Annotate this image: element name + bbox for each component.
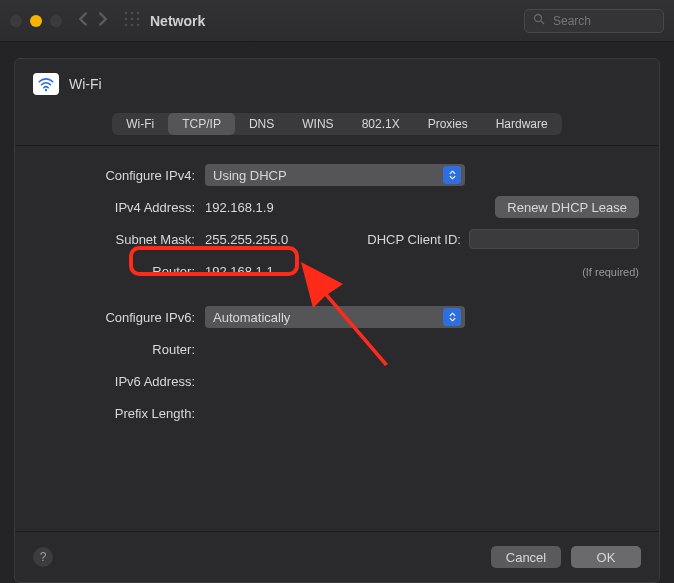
svg-point-7: [131, 24, 134, 27]
footer: ? Cancel OK: [15, 531, 659, 582]
nav-buttons: [76, 12, 110, 29]
svg-line-10: [541, 21, 544, 24]
help-button[interactable]: ?: [33, 547, 53, 567]
value-router-ipv4: 192.168.1.1: [205, 264, 274, 279]
select-configure-ipv6[interactable]: Automatically: [205, 306, 465, 328]
row-ipv4-address: IPv4 Address: 192.168.1.9 Renew DHCP Lea…: [35, 196, 639, 218]
forward-icon[interactable]: [96, 12, 110, 29]
sheet-header: Wi-Fi: [15, 59, 659, 105]
maximize-dot[interactable]: [50, 15, 62, 27]
tab-8021x[interactable]: 802.1X: [348, 113, 414, 135]
close-dot[interactable]: [10, 15, 22, 27]
titlebar: Network: [0, 0, 674, 42]
label-router-ipv4: Router:: [35, 264, 205, 279]
label-dhcp-client-id: DHCP Client ID:: [367, 232, 461, 247]
search-icon: [533, 13, 545, 28]
svg-point-2: [137, 12, 140, 15]
cancel-button[interactable]: Cancel: [491, 546, 561, 568]
svg-point-4: [131, 18, 134, 21]
svg-point-11: [45, 89, 47, 91]
tab-proxies[interactable]: Proxies: [414, 113, 482, 135]
svg-point-6: [125, 24, 128, 27]
search-field[interactable]: [524, 9, 664, 33]
renew-dhcp-button[interactable]: Renew DHCP Lease: [495, 196, 639, 218]
ok-button[interactable]: OK: [571, 546, 641, 568]
label-subnet: Subnet Mask:: [35, 232, 205, 247]
svg-point-1: [131, 12, 134, 15]
row-prefix-length: Prefix Length:: [35, 402, 639, 424]
input-dhcp-client-id[interactable]: [469, 229, 639, 249]
select-value: Automatically: [213, 310, 290, 325]
svg-point-3: [125, 18, 128, 21]
svg-point-5: [137, 18, 140, 21]
window-title: Network: [150, 13, 205, 29]
tabstrip: Wi-FiTCP/IPDNSWINS802.1XProxiesHardware: [15, 105, 659, 146]
label-ipv4-address: IPv4 Address:: [35, 200, 205, 215]
svg-point-0: [125, 12, 128, 15]
panel-body: Configure IPv4: Using DHCP IPv4 Address:…: [15, 146, 659, 531]
label-configure-ipv6: Configure IPv6:: [35, 310, 205, 325]
label-ipv6-address: IPv6 Address:: [35, 374, 205, 389]
tab-dns[interactable]: DNS: [235, 113, 288, 135]
back-icon[interactable]: [76, 12, 90, 29]
svg-point-8: [137, 24, 140, 27]
row-configure-ipv4: Configure IPv4: Using DHCP: [35, 164, 639, 186]
wifi-label: Wi-Fi: [69, 76, 102, 92]
minimize-dot[interactable]: [30, 15, 42, 27]
traffic-lights: [10, 15, 62, 27]
tab-hardware[interactable]: Hardware: [482, 113, 562, 135]
row-ipv6-address: IPv6 Address:: [35, 370, 639, 392]
wifi-icon: [33, 73, 59, 95]
select-configure-ipv4[interactable]: Using DHCP: [205, 164, 465, 186]
select-value: Using DHCP: [213, 168, 287, 183]
label-prefix-length: Prefix Length:: [35, 406, 205, 421]
grid-icon[interactable]: [124, 11, 140, 30]
label-configure-ipv4: Configure IPv4:: [35, 168, 205, 183]
tab-wins[interactable]: WINS: [288, 113, 347, 135]
value-subnet: 255.255.255.0: [205, 232, 288, 247]
row-subnet: Subnet Mask: 255.255.255.0 DHCP Client I…: [35, 228, 639, 250]
chevron-updown-icon: [443, 166, 461, 184]
search-input[interactable]: [551, 13, 655, 29]
tab-wifi[interactable]: Wi-Fi: [112, 113, 168, 135]
svg-point-9: [535, 15, 542, 22]
tabs: Wi-FiTCP/IPDNSWINS802.1XProxiesHardware: [112, 113, 561, 135]
value-ipv4-address: 192.168.1.9: [205, 200, 274, 215]
row-router-ipv4: Router: 192.168.1.1 (If required): [35, 260, 639, 282]
row-router-ipv6: Router:: [35, 338, 639, 360]
chevron-updown-icon: [443, 308, 461, 326]
tab-tcpip[interactable]: TCP/IP: [168, 113, 235, 135]
hint-if-required: (If required): [582, 266, 639, 278]
row-configure-ipv6: Configure IPv6: Automatically: [35, 306, 639, 328]
settings-sheet: Wi-Fi Wi-FiTCP/IPDNSWINS802.1XProxiesHar…: [14, 58, 660, 583]
label-router-ipv6: Router:: [35, 342, 205, 357]
